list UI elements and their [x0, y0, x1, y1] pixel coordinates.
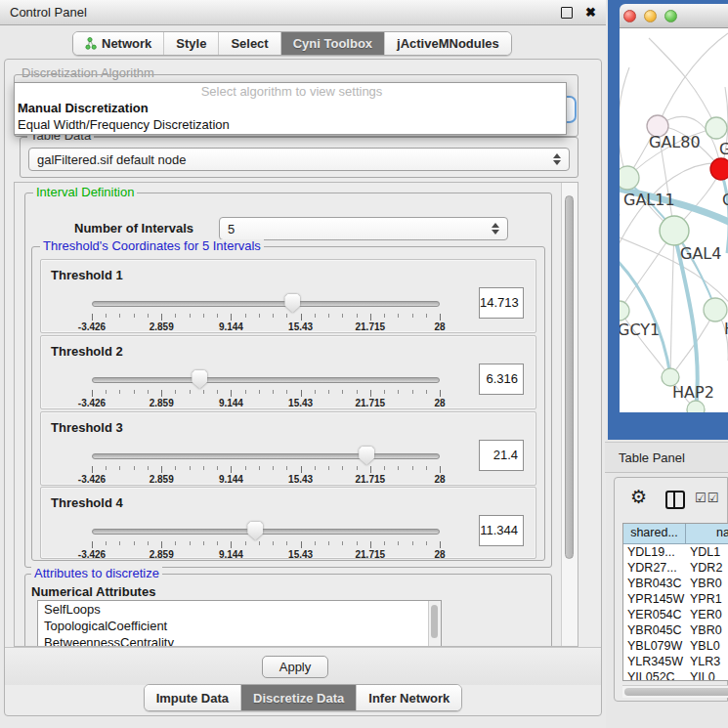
tab-jactivemnodules[interactable]: jActiveMNodules: [384, 32, 511, 55]
cell-shared-name[interactable]: YBR043C: [623, 576, 686, 591]
major-tick: [301, 390, 302, 397]
table-row[interactable]: YBR043CYBR0: [623, 576, 728, 591]
tab-style[interactable]: Style: [163, 32, 218, 55]
close-icon[interactable]: ✖: [585, 6, 596, 19]
column-header-shared-name[interactable]: shared...: [623, 524, 686, 543]
scrollbar-thumb[interactable]: [565, 195, 574, 559]
cell-shared-name[interactable]: YDR27...: [623, 560, 686, 576]
table-data-value: galFiltered.sif default node: [37, 152, 186, 167]
threshold-3-title: Threshold 3: [51, 420, 123, 435]
settings-vertical-scrollbar[interactable]: [561, 183, 578, 646]
cell-shared-name[interactable]: YBR045C: [623, 622, 686, 638]
cell-name[interactable]: YDR2: [686, 560, 728, 576]
control-panel-window: Control Panel ✖ Network Style Select: [0, 0, 606, 728]
table-panel-titlebar[interactable]: Table Panel: [605, 442, 728, 473]
attribute-list-item[interactable]: TopologicalCoefficient: [38, 618, 441, 634]
threshold-4-value[interactable]: 11.344: [479, 515, 524, 546]
node-ga[interactable]: [706, 117, 727, 139]
slider-track[interactable]: [92, 301, 440, 307]
control-panel-titlebar[interactable]: Control Panel ✖: [0, 0, 606, 25]
popup-option-equal-width-frequency[interactable]: Equal Width/Frequency Discretization: [15, 116, 566, 133]
apply-button[interactable]: Apply: [262, 656, 328, 678]
tab-label: Style: [176, 36, 206, 51]
table-horizontal-scrollbar[interactable]: [622, 685, 728, 698]
attribute-list-item[interactable]: BetweennessCentrality: [38, 634, 441, 647]
node-gcy1[interactable]: [620, 301, 629, 321]
threshold-3-slider[interactable]: -3.4262.8599.14415.4321.71528: [92, 448, 440, 483]
cell-name[interactable]: YDL1: [686, 544, 728, 560]
select-columns-checkboxes-icon[interactable]: ☑☑: [695, 491, 719, 505]
popup-option-manual-discretization[interactable]: Manual Discretization: [15, 100, 566, 116]
cell-name[interactable]: YBR0: [686, 622, 728, 638]
cell-name[interactable]: YIL0: [686, 669, 728, 681]
tab-impute-data[interactable]: Impute Data: [145, 685, 240, 710]
network-canvas[interactable]: GAL80 GA C GAL11 GAL4 GCY1 H HAP2: [620, 28, 728, 412]
table-row[interactable]: YPR145WYPR1: [623, 591, 728, 607]
table-row[interactable]: YBR045CYBR0: [623, 622, 728, 638]
threshold-2-slider[interactable]: -3.4262.8599.14415.4321.71528: [92, 371, 440, 407]
tab-network[interactable]: Network: [73, 32, 163, 55]
tab-infer-network[interactable]: Infer Network: [356, 685, 461, 710]
cell-name[interactable]: YBL0: [686, 638, 728, 654]
minimize-traffic-light-icon[interactable]: [644, 10, 657, 22]
tab-label: jActiveMNodules: [397, 36, 499, 51]
node-gal11[interactable]: [620, 166, 639, 190]
table-row[interactable]: YER054CYER0: [623, 607, 728, 622]
cell-shared-name[interactable]: YDL19...: [623, 544, 686, 560]
table-row[interactable]: YDL19...YDL1: [623, 544, 728, 560]
slider-track[interactable]: [92, 377, 440, 383]
tab-discretize-data[interactable]: Discretize Data: [240, 685, 356, 710]
tick-label: 2.859: [150, 398, 174, 408]
tab-select[interactable]: Select: [218, 32, 279, 55]
slider-thumb[interactable]: [359, 447, 374, 465]
cell-name[interactable]: YBR0: [686, 576, 728, 591]
close-traffic-light-icon[interactable]: [623, 10, 636, 22]
attribute-list-item[interactable]: SelfLoops: [38, 601, 441, 618]
major-tick: [231, 466, 232, 473]
numerical-attributes-list[interactable]: SelfLoopsTopologicalCoefficientBetweenne…: [37, 600, 442, 647]
cell-shared-name[interactable]: YBL079W: [623, 638, 686, 654]
cell-shared-name[interactable]: YIL052C: [623, 669, 686, 681]
number-of-intervals-spinner[interactable]: 5: [219, 217, 508, 240]
slider-thumb[interactable]: [247, 522, 263, 540]
scrollbar-thumb[interactable]: [624, 688, 728, 696]
column-header-name[interactable]: na: [686, 524, 728, 543]
attributes-list-scrollbar[interactable]: [428, 601, 441, 647]
node-gal4[interactable]: [660, 216, 689, 245]
table-data-combobox[interactable]: galFiltered.sif default node: [28, 148, 570, 171]
tab-cyni-toolbox[interactable]: Cyni Toolbox: [280, 32, 384, 55]
cell-name[interactable]: YPR1: [686, 591, 728, 607]
cell-name[interactable]: YLR3: [686, 654, 728, 669]
slider-thumb[interactable]: [284, 294, 300, 313]
cell-shared-name[interactable]: YLR345W: [623, 654, 686, 669]
node-h[interactable]: [704, 298, 727, 321]
column-layout-icon[interactable]: [665, 491, 685, 509]
network-window-titlebar[interactable]: [620, 4, 728, 28]
thresholds-group-label: Threshold's Coordinates for 5 Intervals: [40, 239, 264, 253]
threshold-1-slider[interactable]: -3.4262.8599.14415.4321.71528: [92, 295, 440, 330]
cell-shared-name[interactable]: YPR145W: [623, 591, 686, 607]
node-label: GAL11: [623, 191, 675, 209]
node-partial[interactable]: [687, 401, 705, 412]
slider-track[interactable]: [92, 529, 440, 535]
popup-placeholder-option[interactable]: Select algorithm to view settings: [15, 83, 566, 100]
float-window-icon[interactable]: [561, 7, 573, 19]
slider-thumb[interactable]: [192, 370, 207, 389]
table-row[interactable]: YDR27...YDR2: [623, 560, 728, 576]
network-nodes[interactable]: [620, 115, 728, 412]
gear-icon[interactable]: ⚙: [630, 488, 647, 506]
threshold-2-value[interactable]: 6.316: [479, 364, 524, 395]
cell-name[interactable]: YER0: [686, 607, 728, 622]
table-row[interactable]: YIL052CYIL0: [623, 669, 728, 681]
node-red-selected[interactable]: [710, 158, 728, 180]
cell-shared-name[interactable]: YER054C: [623, 607, 686, 622]
threshold-4-slider[interactable]: -3.4262.8599.14415.4321.71528: [92, 523, 440, 558]
table-row[interactable]: YBL079WYBL0: [623, 638, 728, 654]
threshold-3-value[interactable]: 21.4: [479, 440, 524, 471]
scrollbar-thumb[interactable]: [431, 605, 438, 638]
table-row[interactable]: YLR345WYLR3: [623, 654, 728, 669]
node-attribute-table[interactable]: shared... na YDL19...YDL1YDR27...YDR2YBR…: [622, 523, 728, 681]
threshold-1-value[interactable]: 14.713: [479, 287, 524, 319]
slider-track[interactable]: [92, 453, 440, 459]
zoom-traffic-light-icon[interactable]: [664, 10, 677, 22]
